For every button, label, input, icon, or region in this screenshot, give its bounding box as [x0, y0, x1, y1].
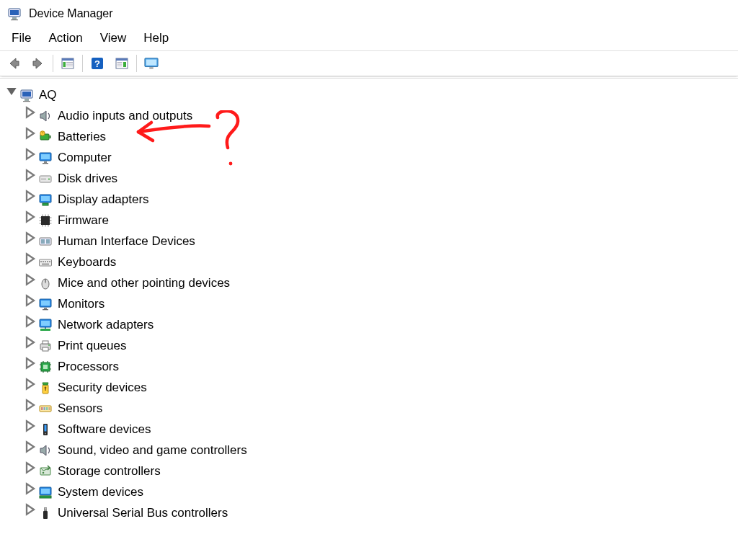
expand-icon[interactable] — [23, 502, 36, 524]
tree-item[interactable]: Display adapters — [23, 189, 735, 210]
tree-item[interactable]: Disk drives — [23, 168, 735, 189]
expand-icon[interactable] — [23, 377, 36, 399]
properties-button[interactable] — [110, 53, 134, 74]
svg-rect-105 — [46, 508, 47, 510]
svg-rect-70 — [40, 329, 50, 331]
collapse-icon[interactable] — [4, 84, 17, 106]
toolbar-separator — [82, 55, 83, 72]
network-icon — [37, 317, 53, 333]
svg-rect-74 — [43, 347, 48, 351]
svg-rect-31 — [43, 163, 48, 164]
expand-icon[interactable] — [23, 481, 36, 503]
tree-item[interactable]: Storage controllers — [23, 461, 735, 481]
monitor-icon — [37, 150, 53, 166]
svg-rect-65 — [41, 301, 50, 306]
tree-item-label: Monitors — [58, 293, 105, 314]
svg-rect-24 — [23, 101, 30, 102]
expand-icon[interactable] — [23, 189, 36, 210]
svg-rect-29 — [41, 154, 50, 159]
tree-item[interactable]: Security devices — [23, 377, 735, 398]
svg-rect-58 — [47, 261, 48, 262]
menu-help[interactable]: Help — [135, 29, 177, 48]
tree-item[interactable]: Computer — [23, 147, 735, 168]
tree-item[interactable]: Print queues — [23, 335, 735, 356]
expand-icon[interactable] — [23, 231, 36, 252]
svg-rect-95 — [45, 425, 47, 431]
menu-file[interactable]: File — [3, 29, 40, 48]
show-hidden-button[interactable] — [55, 53, 80, 74]
expand-icon[interactable] — [23, 105, 36, 127]
tree-item[interactable]: Sensors — [23, 398, 735, 419]
expand-icon[interactable] — [23, 147, 36, 169]
cpu-icon — [37, 359, 53, 375]
tree-item[interactable]: Sound, video and game controllers — [23, 440, 735, 461]
svg-rect-69 — [41, 321, 50, 326]
tree-item[interactable]: Firmware — [23, 210, 735, 231]
tree-item-label: Batteries — [58, 126, 106, 147]
device-tree[interactable]: AQ Audio inputs and outputsBatteriesComp… — [0, 78, 738, 560]
svg-rect-1 — [10, 10, 19, 15]
svg-rect-60 — [42, 263, 49, 265]
tree-item[interactable]: Software devices — [23, 419, 735, 440]
svg-rect-101 — [40, 496, 51, 498]
expand-icon[interactable] — [23, 210, 36, 231]
tree-item-label: System devices — [58, 481, 143, 502]
expand-icon[interactable] — [23, 356, 36, 378]
expand-icon[interactable] — [23, 272, 36, 294]
tree-item[interactable]: Human Interface Devices — [23, 231, 735, 252]
storage-icon — [37, 463, 53, 479]
svg-rect-8 — [66, 64, 73, 65]
scan-button[interactable] — [139, 53, 164, 74]
svg-rect-5 — [62, 58, 74, 61]
usb-icon — [37, 505, 53, 521]
tree-item-label: Software devices — [58, 419, 151, 440]
tree-item[interactable]: System devices — [23, 481, 735, 502]
svg-rect-90 — [41, 407, 43, 410]
svg-rect-53 — [46, 239, 50, 244]
expand-icon[interactable] — [23, 126, 36, 148]
tree-item-label: Firmware — [58, 210, 109, 231]
expand-icon[interactable] — [23, 252, 36, 273]
help-button[interactable]: ? — [85, 53, 110, 74]
expand-icon[interactable] — [23, 461, 36, 482]
expand-icon[interactable] — [23, 168, 36, 190]
menu-action[interactable]: Action — [40, 29, 91, 48]
tree-item[interactable]: Batteries — [23, 126, 735, 147]
forward-button[interactable] — [26, 53, 50, 74]
svg-rect-9 — [66, 66, 73, 66]
expand-icon[interactable] — [23, 293, 36, 315]
expand-icon[interactable] — [23, 314, 36, 336]
tree-item[interactable]: Network adapters — [23, 314, 735, 335]
tree-item-label: Audio inputs and outputs — [58, 105, 192, 126]
svg-rect-55 — [40, 261, 42, 262]
svg-rect-100 — [41, 489, 50, 494]
tree-item-label: Processors — [58, 356, 119, 377]
tree-item[interactable]: Audio inputs and outputs — [23, 105, 735, 126]
tree-item-label: Computer — [58, 147, 112, 168]
tree-item[interactable]: Mice and other pointing devices — [23, 272, 735, 293]
tree-item[interactable]: Keyboards — [23, 252, 735, 272]
svg-rect-16 — [117, 64, 123, 65]
tree-item[interactable]: Monitors — [23, 293, 735, 314]
chip-icon — [37, 213, 53, 228]
svg-rect-7 — [66, 62, 73, 63]
svg-rect-36 — [41, 196, 50, 201]
svg-rect-14 — [123, 62, 126, 67]
svg-text:?: ? — [94, 58, 100, 69]
back-button[interactable] — [1, 53, 26, 74]
expand-icon[interactable] — [23, 440, 36, 461]
svg-rect-104 — [45, 508, 45, 510]
expand-icon[interactable] — [23, 419, 36, 440]
expand-icon[interactable] — [23, 398, 36, 419]
svg-rect-2 — [12, 17, 17, 19]
tree-item-label: Network adapters — [58, 314, 154, 335]
tree-item[interactable]: Processors — [23, 356, 735, 377]
svg-rect-52 — [41, 239, 45, 244]
tree-item[interactable]: Universal Serial Bus controllers — [23, 502, 735, 523]
menu-view[interactable]: View — [92, 29, 135, 48]
tree-root[interactable]: AQ — [4, 84, 735, 105]
expand-icon[interactable] — [23, 335, 36, 357]
tree-item-label: Storage controllers — [58, 461, 161, 481]
tree-item-label: Sensors — [58, 398, 102, 419]
svg-rect-20 — [149, 67, 153, 68]
